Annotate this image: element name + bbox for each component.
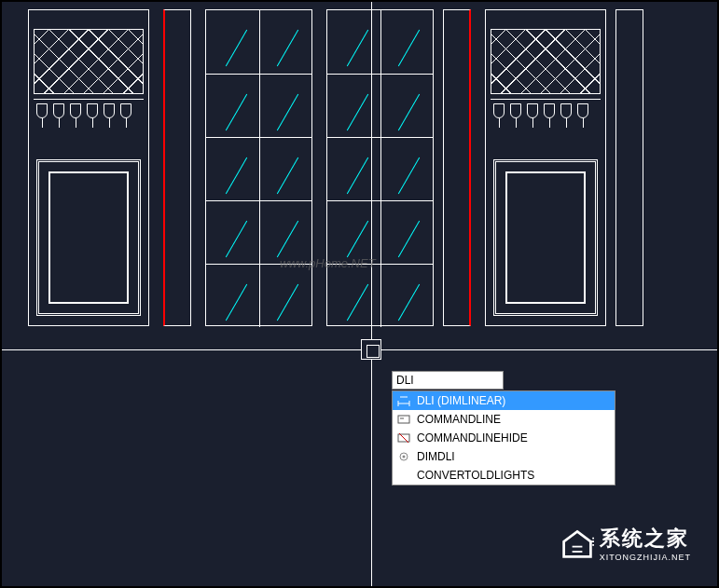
door-panel	[493, 159, 598, 316]
dim-linear-icon	[396, 393, 411, 408]
glass-cabinet	[326, 9, 434, 326]
commandline-hide-icon	[396, 431, 411, 445]
crosshair-horizontal	[0, 349, 719, 350]
wine-glass-rack	[491, 99, 601, 136]
svg-point-9	[403, 456, 406, 458]
wine-glass-rack	[34, 99, 144, 136]
autocomplete-item[interactable]: DIMDLI	[393, 447, 615, 466]
logo-text-cn: 系统之家	[600, 526, 689, 550]
autocomplete-item[interactable]: COMMANDLINEHIDE	[393, 429, 615, 447]
door-panel	[36, 159, 141, 316]
lattice-pattern	[491, 29, 601, 94]
autocomplete-label: COMMANDLINEHIDE	[417, 431, 528, 444]
autocomplete-label: COMMANDLINE	[417, 413, 501, 426]
commandline-icon	[396, 412, 411, 427]
divider-panel	[163, 9, 191, 326]
logo-text-en: XITONGZHIJIA.NET	[600, 553, 691, 562]
cabinet-panel	[485, 9, 606, 326]
house-icon	[560, 526, 594, 560]
autocomplete-label: CONVERTOLDLIGHTS	[417, 469, 534, 482]
autocomplete-label: DLI (DIMLINEAR)	[417, 394, 505, 407]
drawing-viewport[interactable]	[19, 0, 690, 335]
autocomplete-label: DIMDLI	[417, 450, 455, 463]
autocomplete-item[interactable]: CONVERTOLDLIGHTS	[393, 466, 615, 485]
divider-panel	[615, 9, 643, 326]
lattice-pattern	[34, 29, 144, 94]
cabinet-panel	[28, 9, 149, 326]
divider-panel	[443, 9, 471, 326]
svg-rect-4	[398, 416, 409, 423]
crosshair-pickbox	[361, 339, 381, 360]
crosshair-vertical	[371, 0, 372, 588]
command-autocomplete[interactable]: DLI (DIMLINEAR) COMMANDLINE COMMANDLINEH…	[392, 390, 615, 485]
blank-icon	[396, 468, 411, 483]
watermark-text: www.pHome.NET	[280, 256, 376, 270]
autocomplete-item[interactable]: COMMANDLINE	[393, 410, 615, 429]
command-input[interactable]	[392, 371, 504, 390]
watermark-logo: 系统之家 XITONGZHIJIA.NET	[560, 525, 691, 562]
autocomplete-item[interactable]: DLI (DIMLINEAR)	[393, 391, 615, 410]
gear-icon	[396, 449, 411, 464]
glass-cabinet	[205, 9, 312, 326]
